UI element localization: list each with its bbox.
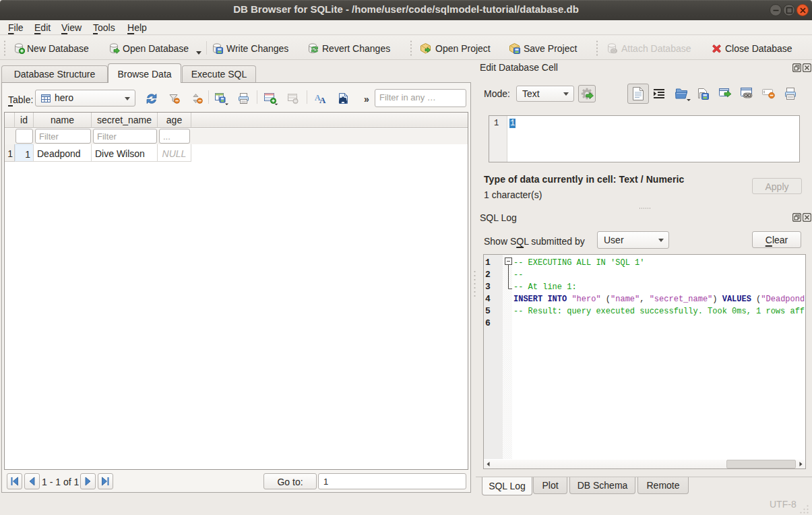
svg-text:A: A: [319, 95, 326, 104]
